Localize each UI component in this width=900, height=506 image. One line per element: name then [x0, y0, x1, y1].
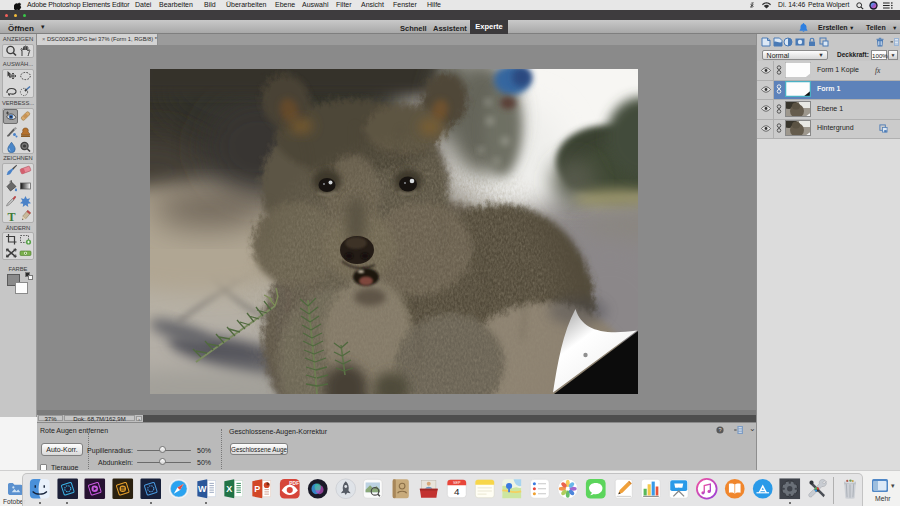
- svg-text:T: T: [7, 210, 15, 222]
- svg-text:W: W: [198, 484, 207, 494]
- svg-text:4: 4: [454, 486, 460, 497]
- svg-text:X: X: [227, 484, 233, 494]
- svg-text:PDF: PDF: [289, 481, 299, 486]
- svg-text:?: ?: [718, 427, 721, 433]
- svg-text:P: P: [254, 484, 260, 494]
- svg-text:SEP: SEP: [453, 481, 461, 485]
